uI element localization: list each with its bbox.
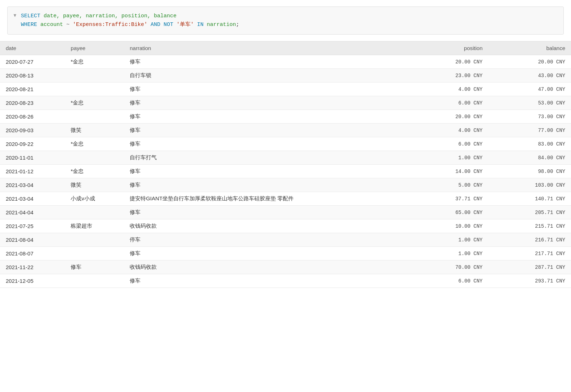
- cell-date: 2021-08-04: [0, 233, 65, 247]
- cell-narration: 修车: [124, 137, 411, 151]
- cell-balance: 98.00 CNY: [489, 165, 571, 178]
- cell-narration: 修车: [124, 83, 411, 96]
- cell-date: 2020-07-27: [0, 55, 65, 69]
- table-row: 2020-08-26修车20.00 CNY73.00 CNY: [0, 110, 571, 124]
- cell-balance: 215.71 CNY: [489, 219, 571, 233]
- cell-date: 2020-09-03: [0, 124, 65, 137]
- cell-date: 2021-08-07: [0, 247, 65, 260]
- cell-narration: 修车: [124, 165, 411, 178]
- cell-payee: 微笑: [65, 124, 124, 137]
- cell-balance: 47.00 CNY: [489, 83, 571, 96]
- cell-payee: 小成v小成: [65, 192, 124, 206]
- cell-date: 2021-03-04: [0, 192, 65, 206]
- col-header-narration: narration: [124, 41, 411, 55]
- cell-narration: 收钱码收款: [124, 219, 411, 233]
- table-row: 2020-09-03微笑修车4.00 CNY77.00 CNY: [0, 124, 571, 137]
- cell-balance: 20.00 CNY: [489, 55, 571, 69]
- col-header-payee: payee: [65, 41, 124, 55]
- table-row: 2020-09-22*金忠修车6.00 CNY83.00 CNY: [0, 137, 571, 151]
- cell-payee: [65, 83, 124, 96]
- table-row: 2021-07-25栋梁超市收钱码收款10.00 CNY215.71 CNY: [0, 219, 571, 233]
- table-row: 2020-08-13自行车锁23.00 CNY43.00 CNY: [0, 69, 571, 83]
- cell-payee: [65, 233, 124, 247]
- cell-position: 4.00 CNY: [411, 83, 488, 96]
- cell-balance: 53.00 CNY: [489, 96, 571, 110]
- table-row: 2021-03-04微笑修车5.00 CNY103.00 CNY: [0, 178, 571, 192]
- table-row: 2021-08-04停车1.00 CNY216.71 CNY: [0, 233, 571, 247]
- col-header-balance: balance: [489, 41, 571, 55]
- cell-balance: 216.71 CNY: [489, 233, 571, 247]
- cell-balance: 217.71 CNY: [489, 247, 571, 260]
- table-body: 2020-07-27*金忠修车20.00 CNY20.00 CNY2020-08…: [0, 55, 571, 288]
- cell-narration: 修车: [124, 110, 411, 124]
- cell-narration: 自行车打气: [124, 151, 411, 165]
- table-row: 2021-11-22修车收钱码收款70.00 CNY287.71 CNY: [0, 260, 571, 274]
- table-row: 2020-07-27*金忠修车20.00 CNY20.00 CNY: [0, 55, 571, 69]
- cell-date: 2021-12-05: [0, 274, 65, 288]
- cell-position: 65.00 CNY: [411, 206, 488, 219]
- cell-position: 6.00 CNY: [411, 96, 488, 110]
- cell-balance: 287.71 CNY: [489, 260, 571, 274]
- cell-position: 1.00 CNY: [411, 233, 488, 247]
- cell-narration: 自行车锁: [124, 69, 411, 83]
- cell-payee: *金忠: [65, 165, 124, 178]
- cell-narration: 修车: [124, 247, 411, 260]
- cell-position: 23.00 CNY: [411, 69, 488, 83]
- cell-narration: 修车: [124, 55, 411, 69]
- cell-payee: 微笑: [65, 178, 124, 192]
- cell-narration: 修车: [124, 274, 411, 288]
- cell-payee: [65, 69, 124, 83]
- cell-date: 2020-11-01: [0, 151, 65, 165]
- cell-date: 2020-08-21: [0, 83, 65, 96]
- cell-balance: 293.71 CNY: [489, 274, 571, 288]
- cell-position: 20.00 CNY: [411, 55, 488, 69]
- cell-balance: 140.71 CNY: [489, 192, 571, 206]
- col-header-date: date: [0, 41, 65, 55]
- cell-date: 2021-04-04: [0, 206, 65, 219]
- table-row: 2021-03-04小成v小成捷安特GIANT坐垫自行车加厚柔软鞍座山地车公路车…: [0, 192, 571, 206]
- cell-narration: 修车: [124, 178, 411, 192]
- table-row: 2021-12-05修车6.00 CNY293.71 CNY: [0, 274, 571, 288]
- cell-date: 2020-08-13: [0, 69, 65, 83]
- cell-position: 1.00 CNY: [411, 151, 488, 165]
- cell-position: 4.00 CNY: [411, 124, 488, 137]
- cell-balance: 205.71 CNY: [489, 206, 571, 219]
- cell-date: 2020-08-26: [0, 110, 65, 124]
- cell-balance: 84.00 CNY: [489, 151, 571, 165]
- cell-payee: [65, 151, 124, 165]
- header-row: date payee narration position balance: [0, 41, 571, 55]
- cell-balance: 73.00 CNY: [489, 110, 571, 124]
- cell-narration: 修车: [124, 96, 411, 110]
- col-header-position: position: [411, 41, 488, 55]
- cell-payee: 栋梁超市: [65, 219, 124, 233]
- query-text: SELECT date, payee, narration, position,…: [21, 12, 239, 29]
- cell-payee: [65, 247, 124, 260]
- cell-position: 20.00 CNY: [411, 110, 488, 124]
- results-table-container: date payee narration position balance 20…: [0, 41, 571, 288]
- table-header: date payee narration position balance: [0, 41, 571, 55]
- table-row: 2020-08-23*金忠修车6.00 CNY53.00 CNY: [0, 96, 571, 110]
- cell-payee: [65, 110, 124, 124]
- cell-date: 2020-08-23: [0, 96, 65, 110]
- cell-narration: 捷安特GIANT坐垫自行车加厚柔软鞍座山地车公路车硅胶座垫 零配件: [124, 192, 411, 206]
- table-row: 2020-11-01自行车打气1.00 CNY84.00 CNY: [0, 151, 571, 165]
- cell-payee: *金忠: [65, 96, 124, 110]
- cell-position: 37.71 CNY: [411, 192, 488, 206]
- cell-position: 6.00 CNY: [411, 137, 488, 151]
- cell-position: 1.00 CNY: [411, 247, 488, 260]
- query-collapse-arrow[interactable]: ▼: [13, 13, 17, 18]
- cell-position: 10.00 CNY: [411, 219, 488, 233]
- cell-date: 2021-11-22: [0, 260, 65, 274]
- cell-balance: 77.00 CNY: [489, 124, 571, 137]
- cell-payee: [65, 274, 124, 288]
- cell-date: 2021-07-25: [0, 219, 65, 233]
- cell-payee: *金忠: [65, 137, 124, 151]
- cell-narration: 收钱码收款: [124, 260, 411, 274]
- cell-position: 5.00 CNY: [411, 178, 488, 192]
- cell-position: 6.00 CNY: [411, 274, 488, 288]
- table-row: 2021-01-12*金忠修车14.00 CNY98.00 CNY: [0, 165, 571, 178]
- cell-balance: 43.00 CNY: [489, 69, 571, 83]
- cell-payee: 修车: [65, 260, 124, 274]
- table-row: 2020-08-21修车4.00 CNY47.00 CNY: [0, 83, 571, 96]
- cell-narration: 修车: [124, 124, 411, 137]
